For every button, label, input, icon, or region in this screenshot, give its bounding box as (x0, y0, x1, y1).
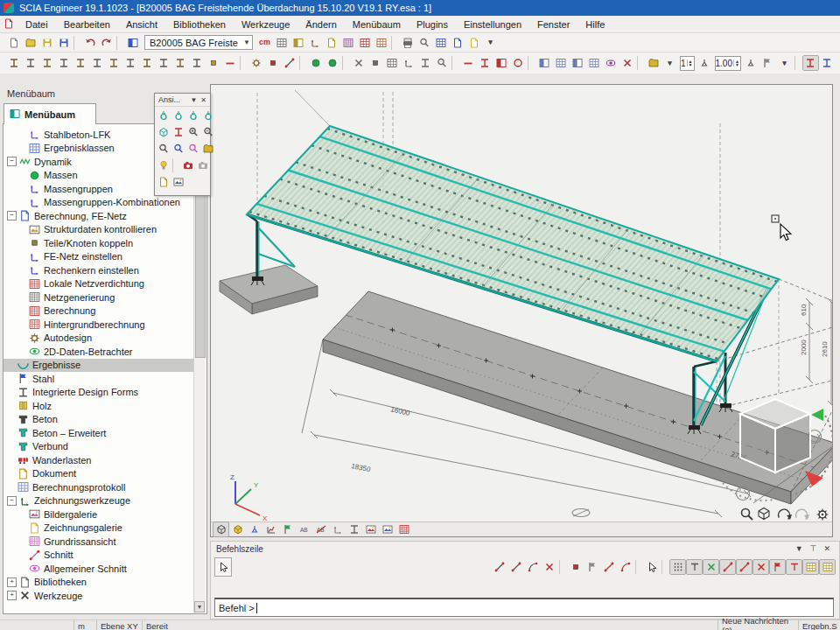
member-node-icon[interactable] (205, 55, 221, 71)
axonometric-view-icon[interactable] (156, 124, 171, 139)
tree-item-2d-daten-betrachter[interactable]: 2D-Daten-Betrachter (4, 345, 194, 359)
close-icon[interactable]: ✕ (199, 96, 208, 104)
supports-display-icon[interactable] (246, 522, 262, 537)
member-load-panel-icon[interactable] (188, 55, 205, 71)
copy-entity-icon[interactable] (536, 55, 552, 71)
command-input[interactable]: Befehl > (214, 598, 834, 617)
menu-item[interactable]: Bearbeiten (56, 18, 118, 32)
picture-render-icon[interactable] (379, 522, 396, 537)
snap-perpendicular-icon[interactable] (752, 559, 769, 575)
labels-display-icon[interactable] (279, 522, 296, 537)
member-opening-icon[interactable] (105, 55, 122, 71)
modify-add-icon[interactable] (248, 55, 264, 71)
activity-icon[interactable] (290, 35, 306, 51)
hide-selection-icon[interactable] (619, 55, 635, 71)
member-rib-icon[interactable] (138, 55, 155, 71)
snap-endpoint-icon[interactable] (584, 559, 600, 575)
tab-menubaum[interactable]: Menübaum (4, 103, 96, 124)
picture-wire-icon[interactable] (362, 522, 379, 537)
tree-item-werkzeuge[interactable]: +Werkzeuge (4, 589, 194, 603)
save-all-icon[interactable] (55, 35, 72, 51)
picture-grid-icon[interactable] (396, 522, 412, 537)
member-plate-icon[interactable] (122, 55, 138, 71)
tree-item-dokument[interactable]: Dokument (4, 467, 194, 481)
view-axo-icon[interactable] (200, 108, 215, 122)
close-icon[interactable]: ✕ (820, 544, 834, 553)
pin-icon[interactable]: ⊤ (807, 544, 821, 553)
scale-tool-icon[interactable] (743, 55, 760, 71)
view-y-icon[interactable] (171, 108, 186, 122)
modify-member-icon[interactable] (281, 55, 298, 71)
scale-more-icon[interactable]: ▾ (776, 55, 793, 71)
snap-intersection-icon[interactable] (736, 559, 752, 575)
view-settings-gear-icon[interactable] (817, 509, 828, 520)
cursor-snap-icon[interactable] (643, 559, 660, 575)
scroll-down-icon[interactable]: ▼ (194, 601, 205, 612)
system-lines-icon[interactable] (346, 522, 362, 537)
tree-item-integrierte-design-forms[interactable]: Integrierte Design Forms (4, 386, 194, 400)
menu-item[interactable]: Werkzeuge (234, 18, 298, 32)
angle-tool-icon[interactable] (760, 55, 776, 71)
modify-node-icon[interactable] (264, 55, 281, 71)
units-icon[interactable]: cm (256, 35, 273, 51)
collapse-icon[interactable]: − (7, 496, 17, 506)
clipping-box-icon[interactable] (200, 141, 215, 156)
view-parameters-icon[interactable] (171, 174, 186, 189)
zoom-all-icon[interactable] (171, 141, 186, 156)
paste-entity-icon[interactable] (552, 55, 569, 71)
snap-node-icon[interactable] (567, 559, 584, 575)
messages-cell[interactable]: Neue Nachrichten (2) (718, 620, 798, 630)
menu-item[interactable]: Datei (18, 18, 56, 32)
line-tool-icon[interactable] (459, 55, 476, 71)
camera-off-icon[interactable] (195, 158, 210, 172)
tree-item-berechnung-fe-netz[interactable]: −Berechnung, FE-Netz (4, 209, 194, 223)
tree-item-holz[interactable]: Holz (4, 399, 194, 413)
scale-reference-icon[interactable] (696, 55, 713, 71)
view-settings-icon[interactable] (156, 174, 171, 189)
menu-item[interactable]: Ansicht (118, 18, 165, 32)
move-icon[interactable] (350, 55, 367, 71)
menu-item[interactable]: Ändern (298, 18, 344, 32)
member-wall-icon[interactable] (172, 55, 188, 71)
result-moment-icon[interactable] (836, 55, 840, 71)
circle-tool-icon[interactable] (509, 55, 526, 71)
scale-spinner[interactable]: 1.00 ▲▼ (715, 56, 741, 71)
grid-dots-icon[interactable] (669, 559, 686, 575)
member-shell-icon[interactable] (155, 55, 172, 71)
table-input-icon[interactable] (373, 35, 389, 51)
project-selector[interactable]: B20005 BAG Freistehend ▼ (144, 35, 253, 50)
print-icon[interactable] (399, 35, 416, 51)
tree-item-bildergalerie[interactable]: Bildergalerie (4, 508, 194, 522)
member-view-icon[interactable] (171, 124, 186, 139)
connect-icon[interactable] (307, 55, 324, 71)
tree-item-lokale-netzverdichtung[interactable]: Lokale Netzverdichtung (4, 277, 194, 291)
tree-item-berechnung[interactable]: Berechnung (4, 304, 194, 318)
menu-item[interactable]: Bibliotheken (165, 18, 234, 32)
zoom-in-icon[interactable] (186, 124, 200, 139)
tree-item-zeichnungswerkzeuge[interactable]: −Zeichnungswerkzeuge (4, 494, 194, 508)
snap-arc-center-icon[interactable] (786, 559, 802, 575)
new-document-icon[interactable] (5, 35, 22, 51)
menu-item[interactable]: Fenster (529, 18, 578, 32)
collapse-icon[interactable]: − (7, 211, 17, 220)
tree-item-strukturdaten-kontrollieren[interactable]: Strukturdaten kontrollieren (4, 223, 194, 237)
notes-icon[interactable] (466, 35, 482, 51)
rectangle-tool-icon[interactable] (493, 55, 509, 71)
tree-item-bibliotheken[interactable]: +Bibliotheken (4, 576, 194, 590)
redo-icon[interactable] (98, 35, 115, 51)
unit-cell[interactable]: m (74, 620, 96, 630)
light-icon[interactable] (156, 158, 171, 172)
tree-item-schnitt[interactable]: Schnitt (4, 549, 194, 563)
member-labels-icon[interactable] (296, 522, 312, 537)
results-display-icon[interactable] (262, 522, 279, 537)
snap-table-icon[interactable] (802, 559, 819, 575)
camera-icon[interactable] (180, 158, 195, 172)
tree-item-verbund[interactable]: Verbund (4, 440, 194, 454)
member-rafter-icon[interactable] (38, 55, 55, 71)
snap-polyline-icon[interactable] (508, 559, 524, 575)
zoom-window-icon[interactable] (156, 141, 171, 156)
visibility-icon[interactable] (602, 55, 619, 71)
snap-ortho-icon[interactable] (703, 559, 719, 575)
chevron-down-icon[interactable]: ▼ (792, 544, 807, 553)
result-normal-icon[interactable] (802, 55, 819, 71)
